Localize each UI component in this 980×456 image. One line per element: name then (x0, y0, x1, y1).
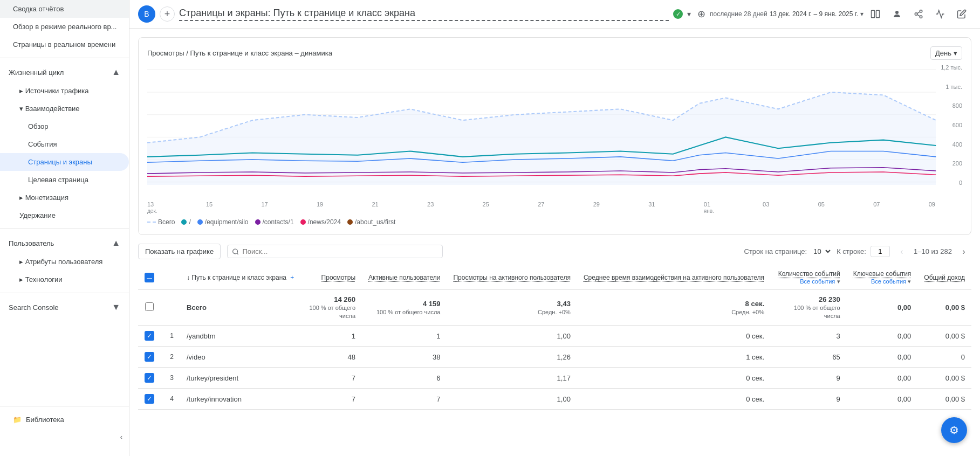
col-event-count[interactable]: Количество событий Все события ▾ (771, 266, 847, 290)
sidebar-item-label: ▸ Монетизация (19, 194, 68, 202)
row4-dim[interactable]: /turkey/innovation (180, 389, 300, 410)
total-event-count: 26 230 100 % от общего числа (771, 290, 847, 326)
legend-item-root[interactable]: / (181, 218, 190, 226)
dim-header[interactable]: ↓ Путь к странице и класс экрана + (180, 266, 300, 290)
svg-point-3 (920, 10, 922, 13)
share-icon-button[interactable] (909, 4, 928, 24)
total-views-per-user: 3,43 Средн. +0% (447, 290, 577, 326)
avatar[interactable]: B (138, 5, 155, 23)
select-all-checkbox[interactable] (145, 273, 154, 282)
title-dropdown-icon[interactable]: ▾ (687, 10, 691, 18)
row3-key-events: 0,00 (847, 368, 918, 389)
edit-icon-button[interactable] (952, 4, 971, 24)
row1-dim[interactable]: /yandbtm (180, 326, 300, 347)
to-row-input[interactable] (871, 246, 890, 257)
col-active-users[interactable]: Активные пользователи (362, 266, 447, 290)
prev-page-button[interactable]: ‹ (894, 244, 909, 259)
row1-revenue: 0,00 $ (917, 326, 971, 347)
section-label: Пользователь (9, 239, 54, 247)
sidebar-item-label: ▸ Источники трафика (19, 87, 89, 95)
page-header: B + Страницы и экраны: Путь к странице и… (129, 0, 980, 29)
period-select[interactable]: День ▾ (930, 46, 962, 60)
key-events-dropdown-icon[interactable]: ▾ (908, 278, 911, 285)
row3-active-users: 6 (362, 368, 447, 389)
col-key-events[interactable]: Ключевые события Все события ▾ (847, 266, 918, 290)
user-icon-button[interactable] (887, 4, 907, 24)
sidebar-item-pages-screens[interactable]: Страницы и экраны (0, 153, 129, 171)
chevron-up-icon: ▲ (112, 67, 120, 77)
svg-rect-1 (876, 10, 880, 18)
add-property-button[interactable]: + (160, 6, 175, 22)
col-avg-time[interactable]: Среднее время взаимодействия на активног… (577, 266, 771, 290)
add-tab-icon[interactable]: ⊕ (697, 8, 705, 20)
show-on-chart-button[interactable]: Показать на графике (138, 244, 221, 259)
sidebar-collapse-button[interactable]: ‹ (0, 429, 129, 445)
sidebar-item-label: Обзор в режиме реального вр... (13, 23, 116, 31)
section-label: Search Console (9, 303, 59, 312)
col-views-per-user[interactable]: Просмотры на активного пользователя (447, 266, 577, 290)
sidebar-item-label: Целевая страница (28, 176, 88, 184)
sidebar-section-lifecycle[interactable]: Жизненный цикл ▲ (0, 63, 129, 82)
legend-item-contacts[interactable]: /contacts/1 (255, 218, 294, 226)
sidebar-item-label: Страницы и экраны (28, 158, 92, 166)
sidebar-divider-1 (0, 58, 129, 58)
row1-checkbox[interactable] (145, 331, 154, 341)
gear-icon: ⚙ (949, 424, 959, 437)
row2-checkbox[interactable] (145, 352, 154, 362)
col-views[interactable]: Просмотры (300, 266, 362, 290)
search-box[interactable] (227, 245, 443, 258)
sidebar-item-monetization[interactable]: ▸ Монетизация (0, 189, 129, 206)
chart-section: Просмотры / Путь к странице и класс экра… (138, 37, 971, 235)
legend-item-news[interactable]: /news/2024 (300, 218, 341, 226)
sidebar-item-library[interactable]: 📁 Библиотека (0, 411, 129, 429)
x-axis: 13дек. 15 17 19 21 23 25 27 29 31 01янв.… (147, 201, 962, 214)
table-toolbar: Показать на графике Строк на странице: 1… (138, 244, 971, 259)
legend-item-equipment[interactable]: /equipment/silo (197, 218, 249, 226)
next-page-button[interactable]: › (956, 244, 971, 259)
row4-checkbox[interactable] (145, 394, 154, 404)
row1-active-users: 1 (362, 326, 447, 347)
col-revenue[interactable]: Общий доход (917, 266, 971, 290)
row4-views: 7 (300, 389, 362, 410)
row3-checkbox[interactable] (145, 373, 154, 383)
date-range: последние 28 дней 13 дек. 2024 г. – 9 ян… (710, 10, 864, 18)
search-input[interactable] (242, 247, 438, 255)
select-all-header (138, 266, 161, 290)
sidebar-item-interaction[interactable]: ▾ Взаимодействие (0, 100, 129, 118)
legend-item-about[interactable]: /about_us/first (347, 218, 395, 226)
sidebar-section-search-console[interactable]: Search Console ▼ (0, 298, 129, 317)
sidebar-section-user[interactable]: Пользователь ▲ (0, 233, 129, 253)
sidebar-item-traffic-sources[interactable]: ▸ Источники трафика (0, 82, 129, 100)
legend-line-total (147, 222, 156, 223)
row2-dim[interactable]: /video (180, 347, 300, 368)
date-dropdown-icon[interactable]: ▾ (860, 10, 864, 18)
sidebar-item-summary[interactable]: Сводка отчётов (0, 0, 129, 18)
row3-avg-time: 0 сек. (577, 368, 771, 389)
sidebar-item-realtime-pages[interactable]: Страницы в реальном времени (0, 36, 129, 53)
sidebar-item-user-attrs[interactable]: ▸ Атрибуты пользователя (0, 253, 129, 271)
sidebar-item-events[interactable]: События (0, 135, 129, 153)
analytics-icon-button[interactable] (930, 4, 950, 24)
sidebar-item-label: Страницы в реальном времени (13, 40, 115, 49)
sidebar-item-retention[interactable]: Удержание (0, 206, 129, 224)
legend-item-total[interactable]: Всего (147, 218, 175, 226)
add-dimension-icon[interactable]: + (290, 274, 294, 281)
row4-revenue: 0,00 $ (917, 389, 971, 410)
row1-num: 1 (161, 326, 180, 347)
row4-key-events: 0,00 (847, 389, 918, 410)
chevron-down-icon: ▼ (112, 302, 120, 312)
sidebar-item-landing[interactable]: Целевая страница (0, 171, 129, 189)
svg-line-6 (917, 15, 920, 16)
total-checkbox[interactable] (145, 302, 154, 311)
sidebar-item-realtime-overview[interactable]: Обзор в режиме реального вр... (0, 18, 129, 36)
fab-button[interactable]: ⚙ (941, 417, 967, 443)
compare-icon-button[interactable] (866, 4, 885, 24)
rows-per-page-select[interactable]: 10 25 50 (809, 246, 832, 257)
svg-line-15 (237, 253, 238, 254)
row4-event-count: 9 (771, 389, 847, 410)
totals-row: Всего 14 260 100 % от общего числа 4 159… (138, 290, 971, 326)
event-count-dropdown-icon[interactable]: ▾ (837, 278, 840, 285)
sidebar-item-overview[interactable]: Обзор (0, 118, 129, 135)
sidebar-item-tech[interactable]: ▸ Технологии (0, 271, 129, 288)
row3-dim[interactable]: /turkey/president (180, 368, 300, 389)
